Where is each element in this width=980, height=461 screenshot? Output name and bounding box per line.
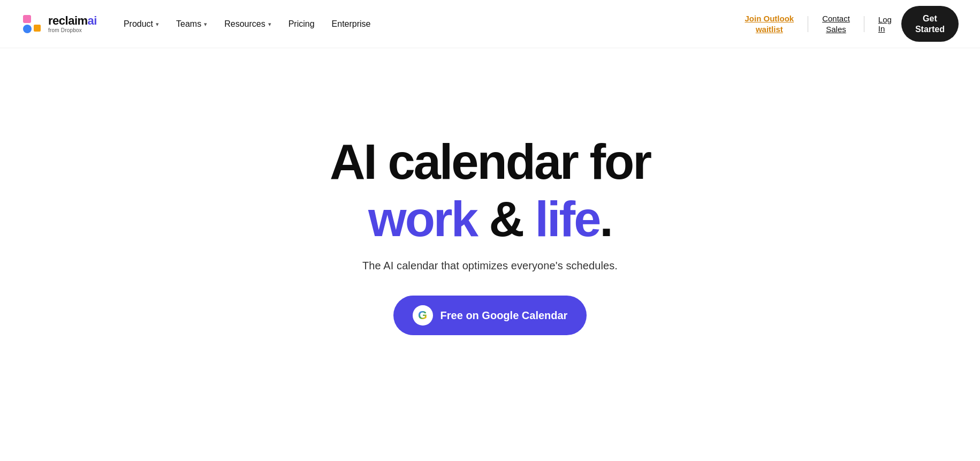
nav-divider-2 bbox=[864, 16, 864, 32]
hero-title-and: & bbox=[477, 192, 535, 246]
hero-cta: G Free on Google Calendar bbox=[393, 296, 587, 335]
chevron-down-icon-product: ▾ bbox=[156, 21, 159, 28]
google-icon: G bbox=[413, 305, 433, 326]
nav-item-teams[interactable]: Teams ▾ bbox=[169, 15, 215, 33]
svg-point-1 bbox=[23, 25, 32, 33]
hero-title-period: . bbox=[599, 192, 612, 246]
get-started-button[interactable]: GetStarted bbox=[901, 6, 959, 41]
nav-item-pricing[interactable]: Pricing bbox=[281, 15, 322, 33]
logo-icon bbox=[21, 13, 43, 35]
nav-item-enterprise[interactable]: Enterprise bbox=[324, 15, 378, 33]
nav-item-resources[interactable]: Resources ▾ bbox=[217, 15, 278, 33]
google-calendar-cta-button[interactable]: G Free on Google Calendar bbox=[393, 296, 587, 335]
chevron-down-icon-teams: ▾ bbox=[204, 21, 207, 28]
nav-links: Product ▾ Teams ▾ Resources ▾ Pricing En… bbox=[116, 15, 378, 33]
hero-title-life: life bbox=[535, 192, 599, 246]
navbar-left: reclaimai from Dropbox Product ▾ Teams ▾… bbox=[21, 13, 378, 35]
hero-title-line2: work & life. bbox=[368, 193, 612, 245]
nav-divider bbox=[808, 16, 808, 32]
google-g-letter: G bbox=[418, 308, 427, 322]
logo-brand: reclaimai bbox=[48, 14, 97, 27]
hero-title-line1: AI calendar for bbox=[330, 136, 650, 188]
hero-title-work: work bbox=[368, 192, 477, 246]
nav-contact-sales[interactable]: ContactSales bbox=[815, 9, 857, 39]
nav-login[interactable]: LogIn bbox=[871, 11, 899, 37]
hero-section: AI calendar for work & life. The AI cale… bbox=[0, 48, 980, 412]
navbar-right: Join Outlookwaitlist ContactSales LogIn … bbox=[737, 6, 959, 41]
navbar: reclaimai from Dropbox Product ▾ Teams ▾… bbox=[0, 0, 980, 48]
chevron-down-icon-resources: ▾ bbox=[268, 21, 271, 28]
nav-item-product[interactable]: Product ▾ bbox=[116, 15, 166, 33]
svg-rect-2 bbox=[34, 25, 41, 32]
logo[interactable]: reclaimai from Dropbox bbox=[21, 13, 97, 35]
google-cta-label: Free on Google Calendar bbox=[440, 309, 568, 322]
nav-outlook-waitlist[interactable]: Join Outlookwaitlist bbox=[737, 9, 801, 39]
logo-text: reclaimai from Dropbox bbox=[48, 14, 97, 33]
svg-rect-0 bbox=[23, 15, 31, 23]
hero-subtitle: The AI calendar that optimizes everyone'… bbox=[362, 260, 618, 272]
logo-sub: from Dropbox bbox=[48, 27, 97, 33]
